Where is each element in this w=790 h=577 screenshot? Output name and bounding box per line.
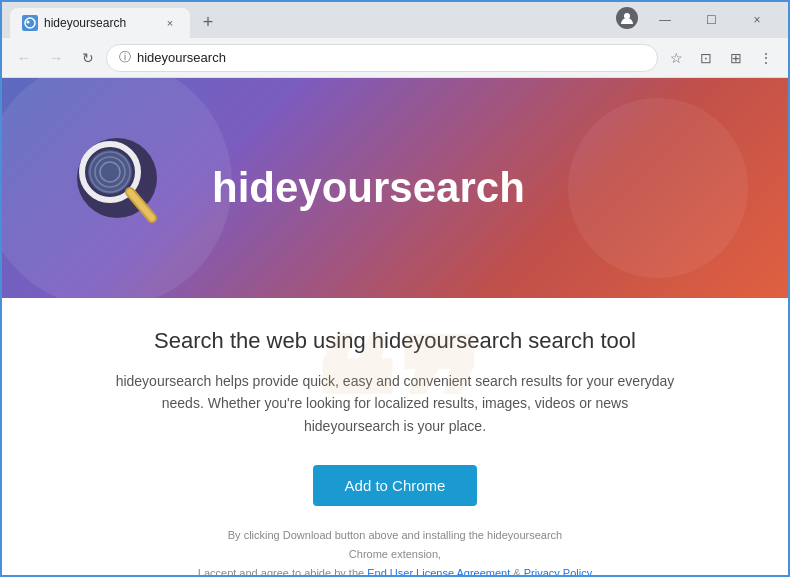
main-content: ❝❞ Search the web using hideyoursearch s…	[2, 298, 788, 575]
close-button[interactable]: ×	[734, 6, 780, 34]
screenshot-button[interactable]: ⊞	[722, 44, 750, 72]
eula-link[interactable]: End User License Agreement	[367, 567, 510, 575]
maximize-button[interactable]: ☐	[688, 6, 734, 34]
window-controls: — ☐ ×	[616, 6, 780, 38]
minimize-button[interactable]: —	[642, 6, 688, 34]
address-actions: ☆ ⊡ ⊞ ⋮	[662, 44, 780, 72]
menu-button[interactable]: ⋮	[752, 44, 780, 72]
new-tab-button[interactable]: +	[194, 8, 222, 36]
tab-title: hideyoursearch	[44, 16, 156, 30]
svg-point-1	[27, 21, 30, 24]
lock-icon: ⓘ	[119, 49, 131, 66]
tab-close-button[interactable]: ×	[162, 15, 178, 31]
hero-title: hideyoursearch	[212, 164, 525, 212]
privacy-link[interactable]: Privacy Policy	[524, 567, 592, 575]
tab-favicon	[22, 15, 38, 31]
cast-button[interactable]: ⊡	[692, 44, 720, 72]
magnifier-icon	[62, 128, 182, 248]
account-icon[interactable]	[616, 7, 638, 29]
url-text: hideyoursearch	[137, 50, 645, 65]
add-to-chrome-button[interactable]: Add to Chrome	[313, 465, 478, 506]
address-bar: ← → ↻ ⓘ hideyoursearch ☆ ⊡ ⊞ ⋮	[2, 38, 788, 78]
footer-line1: By clicking Download button above and in…	[228, 529, 563, 541]
url-bar[interactable]: ⓘ hideyoursearch	[106, 44, 658, 72]
active-tab[interactable]: hideyoursearch ×	[10, 8, 190, 38]
page-content: hideyoursearch ❝❞ Search the web using h…	[2, 78, 788, 575]
tab-bar: hideyoursearch × + — ☐ ×	[2, 2, 788, 38]
description-text: hideyoursearch helps provide quick, easy…	[115, 370, 675, 437]
browser-frame: hideyoursearch × + — ☐ × ← → ↻ ⓘ hideyou…	[0, 0, 790, 577]
back-button[interactable]: ←	[10, 44, 38, 72]
hero-banner: hideyoursearch	[2, 78, 788, 298]
footer-line2: Chrome extension,	[349, 548, 441, 560]
footer-line3: I accept and agree to abide by the	[198, 567, 364, 575]
refresh-button[interactable]: ↻	[74, 44, 102, 72]
forward-button[interactable]: →	[42, 44, 70, 72]
main-heading: Search the web using hideyoursearch sear…	[154, 328, 636, 354]
svg-point-0	[25, 18, 35, 28]
bookmark-button[interactable]: ☆	[662, 44, 690, 72]
footer-text: By clicking Download button above and in…	[198, 526, 592, 575]
